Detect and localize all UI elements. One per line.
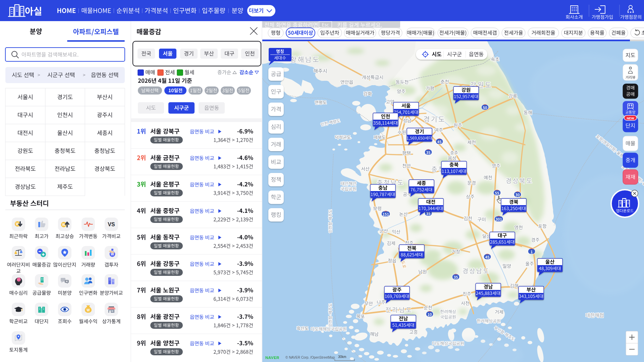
svg-text:W: W: [62, 223, 65, 227]
svg-text:VS: VS: [108, 222, 115, 227]
svg-text:W: W: [87, 308, 90, 312]
svg-text:© NAVER Corp. /OpenStreetMap: © NAVER Corp. /OpenStreetMap: [285, 356, 335, 359]
svg-text:30km: 30km: [338, 355, 346, 359]
svg-text:NEW: NEW: [627, 116, 634, 120]
svg-text:NAVER: NAVER: [265, 356, 279, 360]
